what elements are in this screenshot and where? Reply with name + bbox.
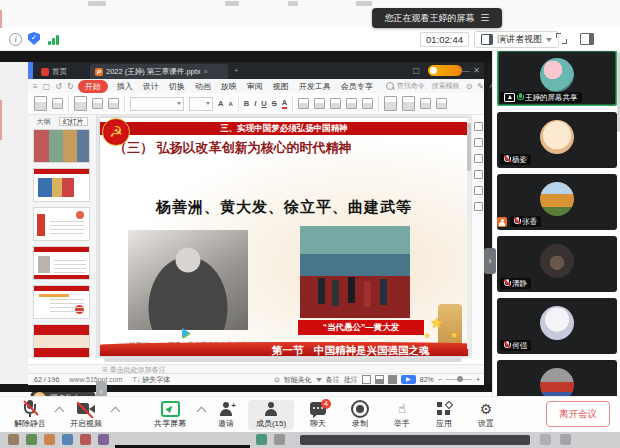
- section-icon[interactable]: [108, 98, 119, 109]
- zoom-out-button[interactable]: −: [438, 374, 442, 385]
- fullscreen-icon[interactable]: [556, 33, 567, 44]
- ribbon-tab-view[interactable]: 视图: [273, 81, 289, 92]
- layout-icon[interactable]: [92, 98, 103, 109]
- strikethrough-button[interactable]: S: [272, 99, 277, 108]
- start-video-button[interactable]: 开启视频: [64, 400, 108, 430]
- missing-font-label[interactable]: 缺失字体: [142, 376, 170, 383]
- audio-options-chevron[interactable]: [55, 407, 65, 417]
- wps-account-pill[interactable]: [428, 65, 462, 76]
- side-tool-icon[interactable]: [474, 122, 483, 131]
- slide-thumbnail[interactable]: [33, 168, 90, 202]
- ribbon-tab-review[interactable]: 审阅: [247, 81, 263, 92]
- zoom-in-button[interactable]: +: [476, 374, 480, 385]
- arrange-icon[interactable]: [420, 98, 431, 109]
- participant-tile[interactable]: 杨姿: [497, 112, 617, 168]
- window-minimize-icon[interactable]: —: [462, 66, 470, 75]
- font-size-select[interactable]: [189, 97, 213, 111]
- participant-tile[interactable]: 张香: [497, 174, 617, 230]
- participant-tile[interactable]: 王婷的屏幕共享: [497, 50, 617, 106]
- meeting-info-icon[interactable]: i: [9, 33, 22, 46]
- taskbar-icon[interactable]: [62, 434, 73, 445]
- sidebar-collapse-handle[interactable]: ›: [484, 248, 496, 274]
- shapes-icon[interactable]: [402, 96, 415, 111]
- slide-thumbnail[interactable]: [33, 246, 90, 280]
- share-options-chevron[interactable]: [197, 407, 207, 417]
- leave-meeting-button[interactable]: 离开会议: [546, 401, 610, 427]
- side-tool-icon[interactable]: [474, 186, 483, 195]
- format-painter-icon[interactable]: [52, 98, 63, 109]
- taskbar-icon[interactable]: [26, 434, 37, 445]
- numbering-icon[interactable]: [314, 98, 325, 109]
- underline-button[interactable]: U: [261, 99, 266, 108]
- ribbon-tab-insert[interactable]: 插入: [117, 81, 133, 92]
- tab-close-icon[interactable]: ×: [204, 67, 208, 76]
- window-layout-icon[interactable]: ▢: [412, 66, 420, 75]
- side-tool-icon[interactable]: [474, 138, 483, 147]
- line-spacing-icon[interactable]: [362, 98, 373, 109]
- ribbon-search[interactable]: 查找命令、搜索模板: [386, 81, 460, 91]
- panel-tab-slides[interactable]: 幻灯片: [59, 117, 88, 126]
- slide-horizontal-scrollbar[interactable]: [104, 358, 462, 362]
- slideshow-play-button[interactable]: ▶: [401, 375, 416, 384]
- ribbon-tab-animation[interactable]: 动画: [195, 81, 211, 92]
- taskbar-icon[interactable]: [274, 434, 285, 445]
- unmute-button[interactable]: 解除静音: [8, 400, 52, 430]
- text-box-icon[interactable]: [384, 96, 397, 111]
- wps-home-tab[interactable]: 首页: [36, 64, 72, 79]
- redo-icon[interactable]: ↻: [67, 82, 74, 91]
- taskbar-icon[interactable]: [256, 434, 267, 445]
- side-tool-icon[interactable]: [474, 154, 483, 163]
- save-icon[interactable]: ▢: [43, 82, 51, 91]
- missing-font-icon[interactable]: T↓: [133, 376, 141, 383]
- current-slide[interactable]: 三、实现中国梦必须弘扬中国精神 ☭ （三） 弘扬以改革创新为核心的时代精神 杨善…: [100, 118, 468, 356]
- font-family-select[interactable]: [130, 97, 184, 111]
- sorter-view-icon[interactable]: [375, 375, 384, 384]
- record-button[interactable]: 录制: [340, 400, 380, 430]
- participant-tile[interactable]: 何强: [497, 298, 617, 354]
- ribbon-tab-slideshow[interactable]: 放映: [221, 81, 237, 92]
- undo-icon[interactable]: ↺: [55, 82, 62, 91]
- status-comments-button[interactable]: 批注: [344, 374, 358, 385]
- ribbon-tab-transition[interactable]: 切换: [169, 81, 185, 92]
- find-icon[interactable]: [436, 98, 447, 109]
- chat-button[interactable]: 4 聊天: [298, 400, 338, 430]
- taskbar-icon[interactable]: [560, 434, 571, 445]
- raise-hand-button[interactable]: ☝ 举手: [382, 400, 422, 430]
- members-button[interactable]: 成员(15): [248, 400, 294, 430]
- new-tab-button[interactable]: +: [234, 66, 239, 75]
- bullets-icon[interactable]: [298, 98, 309, 109]
- paste-icon[interactable]: [34, 96, 47, 111]
- read-view-icon[interactable]: [388, 375, 397, 384]
- taskbar-group[interactable]: [300, 435, 530, 445]
- new-slide-icon[interactable]: [74, 96, 87, 111]
- slide-thumbnail[interactable]: [33, 129, 90, 163]
- video-options-chevron[interactable]: [111, 407, 121, 417]
- align-center-icon[interactable]: [346, 98, 357, 109]
- ribbon-tab-developer[interactable]: 开发工具: [299, 81, 331, 92]
- window-close-icon[interactable]: ✕: [473, 66, 480, 75]
- font-color-button[interactable]: A: [282, 98, 287, 109]
- sidebar-toggle-icon[interactable]: [580, 33, 594, 45]
- settings-button[interactable]: ⚙ 设置: [466, 400, 506, 430]
- participant-tile[interactable]: 清静: [497, 236, 617, 292]
- status-notes-button[interactable]: 备注: [326, 374, 340, 385]
- view-mode-button[interactable]: 演讲者视图: [474, 31, 559, 48]
- bold-button[interactable]: B: [244, 99, 249, 108]
- align-left-icon[interactable]: [330, 98, 341, 109]
- panel-tab-outline[interactable]: 大纲: [36, 118, 50, 125]
- taskbar-icon[interactable]: [80, 434, 91, 445]
- security-shield-icon[interactable]: ✓: [28, 32, 40, 45]
- beautify-button[interactable]: 智能美化: [284, 374, 312, 385]
- ribbon-tab-member[interactable]: 会员专享: [341, 81, 373, 92]
- taskbar-icon[interactable]: [540, 434, 551, 445]
- taskbar-icon[interactable]: [8, 434, 19, 445]
- side-tool-icon[interactable]: [474, 202, 483, 211]
- font-grow-icon[interactable]: A: [218, 99, 223, 108]
- slide-thumbnail[interactable]: [33, 207, 90, 241]
- viewer-banner[interactable]: 您正在观看王婷的屏幕 ☰: [372, 8, 502, 28]
- ribbon-tab-home[interactable]: 开始: [78, 80, 108, 93]
- share-screen-button[interactable]: 共享屏幕: [146, 400, 194, 430]
- apps-button[interactable]: 应用: [424, 400, 464, 430]
- ribbon-tab-design[interactable]: 设计: [143, 81, 159, 92]
- wps-document-tab[interactable]: P 2022 (王婷) 第三章课件.pptx ×: [90, 64, 228, 79]
